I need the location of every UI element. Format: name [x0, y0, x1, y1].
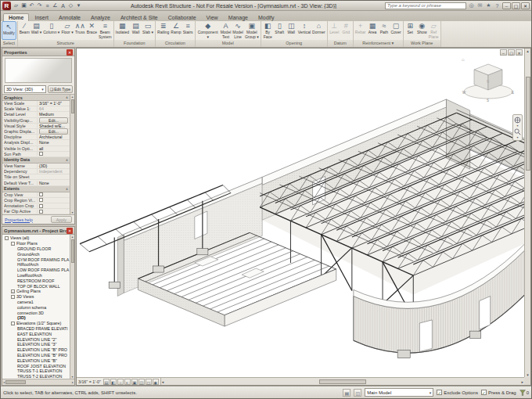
- sun-path-icon[interactable]: ☼: [117, 379, 124, 385]
- model-line-button[interactable]: ∿Model Line: [232, 21, 244, 40]
- close-icon[interactable]: ✕: [66, 49, 73, 56]
- model-group-button[interactable]: ▣Model Group ▾: [244, 21, 260, 40]
- save-icon[interactable]: ▣: [20, 2, 27, 9]
- press-drag-checkbox[interactable]: ✓ Press & Drag: [481, 390, 516, 395]
- property-value[interactable]: Edit...: [37, 117, 70, 124]
- edit-button[interactable]: Edit...: [39, 117, 68, 124]
- tree-item-top-of-block-wall[interactable]: TOP OF BLOCK WALL: [2, 283, 70, 289]
- crop-region-icon[interactable]: ◫: [138, 379, 145, 385]
- brace-button[interactable]: ✕Brace: [86, 21, 98, 40]
- tree-item-elevations-1-2-square-[interactable]: -Elevations (1/2" Square): [2, 321, 70, 326]
- design-options-icon[interactable]: ◫: [354, 389, 361, 397]
- tab-manage[interactable]: Manage: [224, 14, 253, 21]
- edit-button[interactable]: Edit...: [39, 128, 68, 135]
- wall-button[interactable]: ▤Wall ▾: [31, 21, 42, 40]
- beam-button[interactable]: ∕Beam: [19, 21, 31, 40]
- dormer-button[interactable]: ⌂Dormer: [311, 21, 326, 40]
- tree-item-truss-t-1-elevation[interactable]: TRUSS T-1 ELEVATION: [2, 368, 70, 374]
- ramp-button[interactable]: ∠Ramp: [170, 21, 182, 40]
- property-value[interactable]: 3/16" = 1'-0": [37, 101, 70, 106]
- column-button[interactable]: ▯Column ▾: [42, 21, 60, 40]
- tab-annotate[interactable]: Annotate: [54, 14, 85, 21]
- beam-system-button[interactable]: ≡Beam System: [98, 21, 113, 40]
- tree-item-hiroofarch[interactable]: HiRoofArch: [2, 262, 70, 268]
- wall-opening-button[interactable]: ◫Wall: [286, 21, 297, 40]
- browser-vscrollbar[interactable]: ▴▾: [70, 235, 74, 379]
- tab-collaborate[interactable]: Collaborate: [164, 14, 201, 21]
- tree-item-elevation-line-b-pro[interactable]: ELEVATION LINE "B" PRO: [2, 347, 70, 353]
- property-value[interactable]: [37, 210, 70, 214]
- slab-button[interactable]: ▭Slab ▾: [142, 21, 154, 40]
- view-canvas[interactable]: – ▢ ✕ W E S N ⌂: [77, 49, 524, 377]
- property-value[interactable]: [37, 198, 70, 202]
- edit-type-button[interactable]: ❏ Edit Type: [48, 85, 73, 93]
- scroll-up-icon[interactable]: ▴: [527, 49, 529, 53]
- property-value[interactable]: [37, 204, 70, 208]
- collapse-icon[interactable]: -: [11, 242, 15, 246]
- property-value[interactable]: 64: [37, 106, 70, 111]
- set-button[interactable]: ⊞Set: [404, 21, 416, 40]
- tree-item-column-schema[interactable]: column schema: [2, 304, 70, 310]
- crop-view-icon[interactable]: ▣: [131, 379, 138, 385]
- property-value[interactable]: Edit...: [37, 128, 70, 135]
- viewcube[interactable]: W E S N ⌂: [460, 55, 516, 103]
- worksets-icon[interactable]: ▤: [343, 389, 350, 397]
- tab-analyze[interactable]: Analyze: [86, 14, 115, 21]
- by-face-button[interactable]: ◧By Face: [262, 21, 274, 40]
- undo-icon[interactable]: ↶: [28, 2, 35, 9]
- properties-scrollbar[interactable]: ▴▾: [70, 95, 74, 214]
- tree-item-east-elevation[interactable]: EAST ELEVATION: [2, 331, 70, 336]
- selection-filter[interactable]: 0: [519, 390, 529, 396]
- model-text-button[interactable]: AModel Text: [220, 21, 232, 40]
- project-browser-header[interactable]: Gymnasium.rvt - Project Browser ✕: [2, 227, 74, 235]
- favorites-icon[interactable]: ★: [485, 2, 492, 9]
- communication-center-icon[interactable]: ✉: [476, 2, 483, 9]
- tree-item-camera1[interactable]: camera1: [2, 300, 70, 305]
- browser-hscrollbar[interactable]: ◂▸: [2, 379, 74, 385]
- exchange-icon[interactable]: ◎: [468, 2, 475, 9]
- active-workset-dropdown[interactable]: Main Model ▾: [365, 388, 433, 397]
- property-value[interactable]: None: [37, 181, 70, 185]
- wall-foundation-button[interactable]: ▤Wall: [130, 21, 142, 40]
- visual-style-icon[interactable]: ◧: [110, 379, 117, 385]
- shaft-button[interactable]: ▯Shaft: [274, 21, 286, 40]
- print-icon[interactable]: ≡: [44, 3, 51, 9]
- restore-button[interactable]: ▢: [512, 2, 520, 9]
- view-restore-button[interactable]: ▢: [508, 49, 515, 56]
- property-value[interactable]: None: [37, 140, 70, 145]
- scroll-right-icon[interactable]: ▸: [521, 379, 523, 384]
- truss-button[interactable]: ∧∧Truss: [74, 21, 86, 40]
- property-checkbox[interactable]: [39, 204, 43, 208]
- section-header-identity-data[interactable]: Identity Data∧: [2, 157, 70, 164]
- tree-item-braced-frame-elevati[interactable]: BRACED FRAME ELEVATI: [2, 326, 70, 332]
- redo-icon[interactable]: ↷: [36, 2, 43, 9]
- collapse-icon[interactable]: -: [11, 295, 15, 299]
- section-header-extents[interactable]: Extents∧: [2, 186, 70, 192]
- area-button[interactable]: ▦Area: [366, 21, 378, 40]
- property-value[interactable]: Shaded w/E...: [37, 124, 70, 128]
- tree-item-restroom-roof[interactable]: RESTROOM ROOF: [2, 278, 70, 283]
- collapse-icon[interactable]: -: [11, 322, 15, 325]
- property-value[interactable]: Medium: [37, 112, 70, 117]
- help-icon[interactable]: ?: [494, 3, 501, 9]
- temporary-hide-isolate-icon[interactable]: ◻: [146, 379, 152, 385]
- property-checkbox[interactable]: [39, 210, 43, 214]
- tree-item-ground-floor[interactable]: GROUND FLOOR: [2, 246, 70, 252]
- canvas-vscrollbar[interactable]: ▴ ▾: [524, 49, 530, 377]
- scroll-left-icon[interactable]: ◂: [162, 379, 164, 384]
- expand-icon[interactable]: +: [11, 289, 15, 293]
- vertical-button[interactable]: ↕Vertical: [297, 21, 311, 40]
- path-button[interactable]: ≈Path: [378, 21, 390, 40]
- view-minimize-button[interactable]: –: [500, 49, 507, 56]
- component-button[interactable]: ◆Component ▾: [196, 21, 220, 40]
- tree-item-groundarch[interactable]: GroundArch: [2, 251, 70, 257]
- type-selector-dropdown[interactable]: 3D View: {3D} ▾: [4, 85, 46, 93]
- floor-button[interactable]: ▱Floor ▾: [60, 21, 74, 40]
- tree-item-views-all-[interactable]: -Views (all): [2, 235, 70, 241]
- modify-button[interactable]: ↖Modify: [2, 21, 16, 40]
- tree-item-elevation-line-b-[interactable]: ELEVATION LINE "B": [2, 358, 70, 363]
- tree-item-roof-joist-elevation[interactable]: ROOF JOIST ELEVATION: [2, 363, 70, 368]
- text-icon[interactable]: A: [59, 3, 66, 9]
- measure-icon[interactable]: ∠: [52, 2, 59, 9]
- view-close-button[interactable]: ✕: [516, 49, 523, 56]
